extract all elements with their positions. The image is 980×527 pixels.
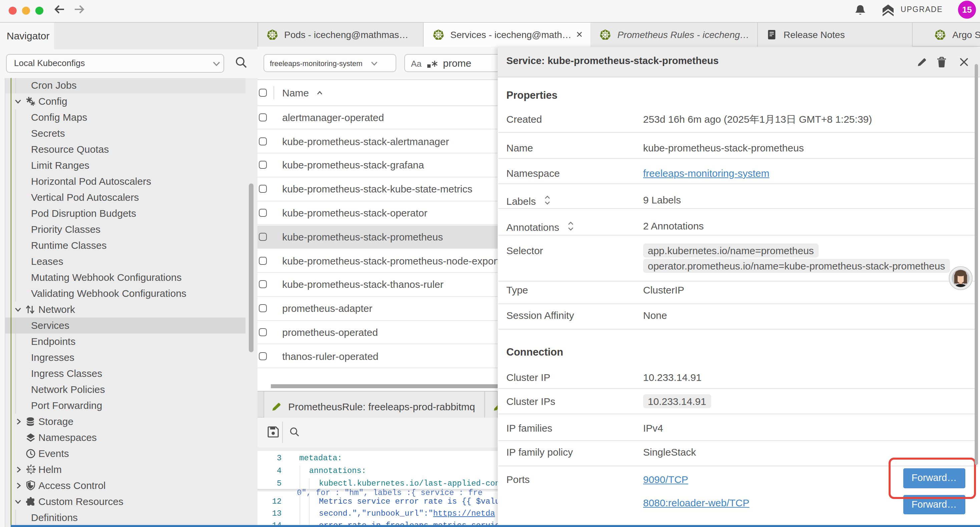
svg-text:HELM: HELM bbox=[26, 468, 35, 471]
